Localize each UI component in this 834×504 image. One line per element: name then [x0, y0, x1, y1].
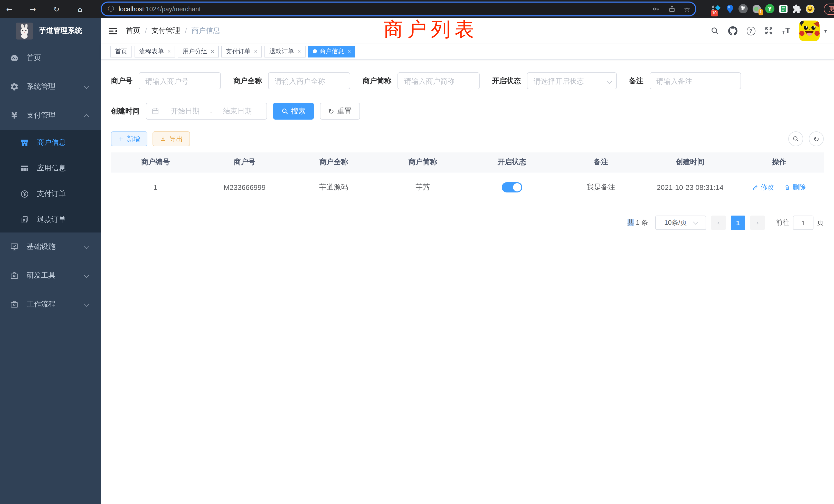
cell-remark: 我是备注	[556, 172, 645, 202]
extension-command-icon[interactable]: ⌘	[739, 4, 748, 14]
table-row: 1 M233666999 芋道源码 芋艿 我是备注 2021-10-23 08:…	[111, 172, 824, 202]
share-icon[interactable]	[668, 5, 676, 13]
status-select[interactable]	[527, 72, 617, 89]
font-size-icon[interactable]: TT	[782, 26, 790, 36]
sidebar-item-refund-order[interactable]: 退款订单	[0, 207, 101, 232]
sidebar-submenu-pay: 商户信息 应用信息 支付订单	[0, 130, 101, 232]
delete-button[interactable]: 删除	[784, 182, 806, 192]
refresh-icon: ↻	[813, 135, 819, 143]
app-logo[interactable]: 芋道管理系统	[0, 18, 101, 44]
browser-profile-avatar[interactable]	[805, 4, 815, 14]
close-icon[interactable]: ×	[254, 48, 258, 54]
refresh-table-button[interactable]: ↻	[809, 131, 824, 146]
logo-image	[16, 22, 33, 39]
sidebar-toggle-icon[interactable]	[108, 26, 117, 36]
tab-refund-order[interactable]: 退款订单 ×	[265, 45, 306, 57]
bookmark-star-icon[interactable]: ☆	[684, 5, 690, 13]
field-label: 商户号	[111, 76, 132, 86]
filter-full-name: 商户全称	[233, 72, 350, 89]
sidebar-item-label: 应用信息	[37, 164, 66, 173]
download-icon	[160, 136, 167, 142]
plus-icon: +	[118, 135, 124, 143]
extension-pin-icon[interactable]	[725, 4, 735, 14]
sidebar-item-system[interactable]: 系统管理	[0, 72, 101, 101]
sidebar-item-pay[interactable]: ¥ 支付管理	[0, 101, 101, 130]
extension-badge: 1	[758, 9, 763, 16]
show-search-button[interactable]	[788, 131, 803, 146]
filter-merchant-no: 商户号	[111, 72, 221, 89]
merchant-no-input[interactable]	[139, 72, 221, 89]
refresh-icon: ↻	[328, 107, 334, 115]
site-info-icon[interactable]: ⓘ	[108, 5, 114, 13]
field-label: 备注	[629, 76, 643, 86]
tab-pay-order[interactable]: 支付订单 ×	[221, 45, 262, 57]
browser-update-button[interactable]: 更新	[824, 3, 834, 15]
breadcrumb-current: 商户信息	[192, 26, 220, 36]
table-header-row: 商户编号 商户号 商户全称 商户简称 开启状态 备注 创建时间 操作	[111, 153, 824, 172]
close-icon[interactable]: ×	[211, 48, 214, 54]
extension-notes-icon[interactable]	[778, 4, 788, 14]
sidebar-item-home[interactable]: 首页	[0, 44, 101, 72]
sidebar-item-infrastructure[interactable]: 基础设施	[0, 232, 101, 261]
close-icon[interactable]: ×	[348, 48, 351, 54]
url-bar[interactable]: ⓘ localhost :1024/pay/merchant ☆	[102, 3, 695, 16]
fullscreen-icon[interactable]	[764, 26, 773, 36]
breadcrumb-home[interactable]: 首页	[126, 26, 140, 36]
help-icon[interactable]: ?	[746, 26, 755, 36]
extension-diamond-icon[interactable]: 10	[712, 4, 722, 14]
tab-merchant-info[interactable]: 商户信息 ×	[308, 45, 356, 57]
url-path: :1024/pay/merchant	[144, 5, 201, 13]
home-icon[interactable]: ⌂	[76, 5, 84, 13]
goto-page-input[interactable]	[793, 215, 813, 230]
search-icon[interactable]	[710, 26, 720, 36]
short-name-input[interactable]	[397, 72, 480, 89]
sidebar-item-merchant-info[interactable]: 商户信息	[0, 130, 101, 156]
export-button[interactable]: 导出	[153, 131, 190, 146]
extensions-puzzle-icon[interactable]	[792, 4, 802, 14]
page-size-select[interactable]: 10条/页	[655, 215, 706, 230]
extension-y-icon[interactable]: Y	[765, 4, 775, 14]
sidebar-item-workflow[interactable]: 工作流程	[0, 290, 101, 319]
reset-button[interactable]: ↻ 重置	[320, 102, 360, 120]
chevron-up-icon	[84, 114, 89, 119]
add-button[interactable]: + 新增	[111, 131, 147, 146]
filter-row-2: 创建时间 开始日期 - 结束日期 搜索 ↻ 重置	[111, 102, 824, 120]
password-key-icon[interactable]	[653, 5, 660, 13]
sidebar-item-pay-order[interactable]: 支付订单	[0, 181, 101, 207]
cell-short-name: 芋艿	[378, 172, 467, 202]
full-name-input[interactable]	[268, 72, 350, 89]
forward-icon[interactable]: →	[29, 5, 37, 13]
tab-process-form[interactable]: 流程表单 ×	[135, 45, 175, 57]
sidebar-item-label: 支付管理	[27, 111, 56, 120]
extension-circle-icon[interactable]: 1	[752, 4, 762, 14]
close-icon[interactable]: ×	[168, 48, 171, 54]
sidebar-item-label: 研发工具	[27, 271, 56, 280]
sidebar-item-app-info[interactable]: 应用信息	[0, 156, 101, 181]
close-icon[interactable]: ×	[298, 48, 301, 54]
back-icon[interactable]: ←	[5, 5, 13, 13]
chevron-down-icon	[693, 219, 698, 224]
search-button[interactable]: 搜索	[273, 102, 314, 120]
date-range-picker[interactable]: 开始日期 - 结束日期	[146, 102, 267, 120]
user-avatar[interactable]	[799, 21, 820, 41]
chevron-down-icon	[84, 301, 89, 307]
remark-input[interactable]	[650, 72, 741, 89]
edit-button[interactable]: 修改	[753, 182, 774, 192]
prev-page-button[interactable]: ‹	[711, 215, 726, 230]
breadcrumb-pay[interactable]: 支付管理	[152, 26, 180, 36]
tab-user-group[interactable]: 用户分组 ×	[178, 45, 219, 57]
cell-merchant-no: M233666999	[200, 172, 289, 202]
page-1-button[interactable]: 1	[731, 215, 745, 230]
reload-icon[interactable]: ↻	[52, 5, 61, 13]
tab-home[interactable]: 首页	[110, 45, 132, 57]
github-icon[interactable]	[728, 26, 738, 36]
status-select-input[interactable]	[527, 72, 617, 89]
col-remark: 备注	[556, 153, 645, 172]
sidebar-item-label: 商户信息	[37, 138, 66, 147]
url-host: localhost	[118, 5, 144, 13]
status-toggle[interactable]	[502, 182, 522, 192]
browser-toolbar: ← → ↻ ⌂ ⓘ localhost :1024/pay/merchant ☆…	[0, 0, 834, 18]
next-page-button[interactable]: ›	[750, 215, 765, 230]
sidebar-item-dev-tools[interactable]: 研发工具	[0, 261, 101, 290]
avatar-caret-icon[interactable]: ▾	[824, 28, 827, 33]
